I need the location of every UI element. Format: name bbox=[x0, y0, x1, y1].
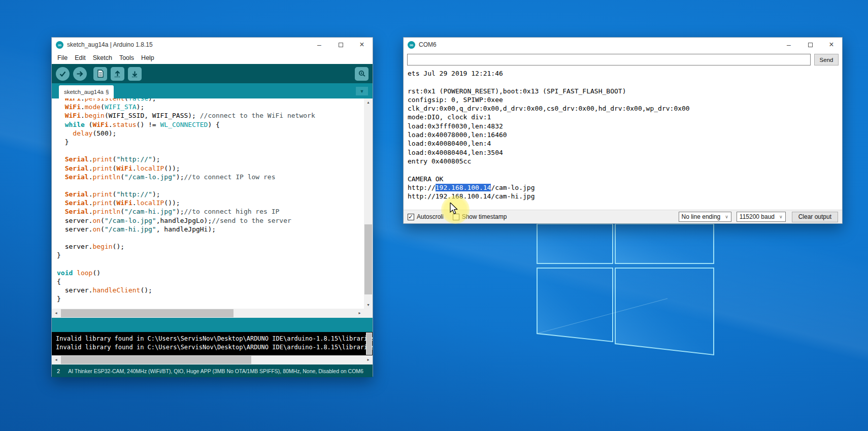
clear-output-button[interactable]: Clear output bbox=[792, 212, 838, 222]
code-area[interactable]: WiFi.persistent(false); WiFi.mode(WIFI_S… bbox=[52, 98, 364, 309]
editor-horizontal-scrollbar[interactable]: ◂ ▸ bbox=[52, 309, 373, 318]
serial-output-line: ets Jul 29 2019 12:21:46 bbox=[408, 69, 842, 78]
close-icon: × bbox=[359, 40, 364, 49]
code-line bbox=[57, 146, 364, 155]
desktop: ∞ sketch_aug14a | Arduino 1.8.15 – × Fil… bbox=[0, 0, 868, 431]
menu-file[interactable]: File bbox=[54, 54, 71, 61]
serial-send-row: Send bbox=[404, 52, 842, 68]
scroll-down-arrow[interactable]: ▾ bbox=[364, 301, 373, 309]
console-hscroll-thumb[interactable] bbox=[61, 356, 251, 364]
tab-list-dropdown[interactable]: ▼ bbox=[356, 87, 368, 95]
serial-output-line: load:0x40080400,len:4 bbox=[408, 139, 842, 148]
console-vertical-scrollbar[interactable] bbox=[366, 333, 372, 355]
ide-statusbar: 2 AI Thinker ESP32-CAM, 240MHz (WiFi/BT)… bbox=[52, 364, 373, 377]
serial-close-button[interactable]: × bbox=[821, 38, 842, 52]
dropdown-triangle-icon: ▼ bbox=[360, 89, 364, 94]
menu-sketch[interactable]: Sketch bbox=[89, 54, 116, 61]
editor-vertical-scrollbar[interactable]: ▴ ▾ bbox=[364, 98, 373, 309]
document-icon bbox=[97, 70, 104, 78]
code-line: WiFi.persistent(false); bbox=[57, 98, 364, 103]
serial-window-title: COM6 bbox=[419, 41, 437, 48]
code-line bbox=[57, 181, 364, 190]
show-timestamp-checkbox[interactable] bbox=[453, 214, 459, 220]
scroll-left-arrow[interactable]: ◂ bbox=[52, 309, 60, 318]
serial-output-line: clk_drv:0x00,q_drv:0x00,d_drv:0x00,cs0_d… bbox=[408, 104, 842, 113]
code-editor[interactable]: WiFi.persistent(false); WiFi.mode(WIFI_S… bbox=[52, 98, 373, 309]
code-line: } bbox=[57, 138, 364, 146]
console-vscroll-thumb[interactable] bbox=[366, 333, 372, 354]
tab-sketch-aug14a[interactable]: sketch_aug14a § bbox=[59, 85, 114, 98]
baud-rate-select[interactable]: 115200 baud ∨ bbox=[737, 212, 786, 222]
serial-output-line: entry 0x400805cc bbox=[408, 157, 842, 165]
code-line: while (WiFi.status() != WL_CONNECTED) { bbox=[57, 120, 364, 129]
console-scroll-right-arrow[interactable]: ▸ bbox=[364, 355, 373, 364]
serial-titlebar[interactable]: ∞ COM6 – × bbox=[404, 38, 842, 52]
scroll-right-arrow[interactable]: ▸ bbox=[355, 309, 364, 318]
serial-output-line: configsip: 0, SPIWP:0xee bbox=[408, 95, 842, 104]
code-line: WiFi.begin(WIFI_SSID, WIFI_PASS); //conn… bbox=[57, 111, 364, 120]
cursor-line-indicator: 2 bbox=[57, 368, 60, 374]
serial-output-line: CAMERA OK bbox=[408, 175, 842, 183]
show-timestamp-label: Show timestamp bbox=[462, 213, 507, 220]
code-line: Serial.print(WiFi.localIP()); bbox=[57, 164, 364, 173]
console-horizontal-scrollbar[interactable]: ◂ ▸ bbox=[52, 355, 373, 364]
code-line: Serial.println("/cam-lo.jpg");//to conne… bbox=[57, 173, 364, 181]
maximize-icon bbox=[339, 43, 343, 47]
console-message: Invalid library found in C:\Users\Servis… bbox=[56, 335, 373, 343]
check-icon bbox=[59, 70, 66, 78]
menu-help[interactable]: Help bbox=[138, 54, 158, 61]
editor-vscroll-thumb[interactable] bbox=[364, 224, 372, 294]
tab-label: sketch_aug14a bbox=[64, 89, 104, 95]
save-sketch-button[interactable] bbox=[128, 67, 142, 81]
console-output: Invalid library found in C:\Users\Servis… bbox=[52, 332, 373, 352]
ide-minimize-button[interactable]: – bbox=[309, 38, 330, 52]
autoscroll-label: Autoscroll bbox=[417, 213, 444, 220]
editor-hscroll-thumb[interactable] bbox=[61, 309, 233, 317]
ide-maximize-button[interactable] bbox=[330, 38, 351, 52]
scroll-up-arrow[interactable]: ▴ bbox=[364, 98, 373, 106]
serial-monitor-window: ∞ COM6 – × Send ets Jul 29 2019 12:21:46… bbox=[403, 37, 843, 224]
magnifier-icon bbox=[358, 70, 366, 78]
serial-minimize-button[interactable]: – bbox=[778, 38, 799, 52]
serial-input[interactable] bbox=[407, 54, 811, 65]
serial-url-lo-line: http://192.168.100.14/cam-lo.jpg bbox=[408, 183, 842, 192]
serial-maximize-button[interactable] bbox=[799, 38, 821, 52]
send-button[interactable]: Send bbox=[814, 54, 839, 65]
ide-close-button[interactable]: × bbox=[351, 38, 373, 52]
code-line: { bbox=[57, 277, 364, 286]
verify-button[interactable] bbox=[56, 67, 70, 81]
code-line bbox=[57, 260, 364, 269]
windows-logo bbox=[536, 222, 718, 360]
ide-console: Invalid library found in C:\Users\Servis… bbox=[52, 332, 373, 355]
ide-menubar: File Edit Sketch Tools Help bbox=[52, 52, 373, 64]
line-ending-select[interactable]: No line ending ∨ bbox=[679, 212, 731, 222]
code-line: server.on("/cam-hi.jpg", handleJpgHi); bbox=[57, 225, 364, 234]
code-line: } bbox=[57, 294, 364, 303]
code-line: server.begin(); bbox=[57, 242, 364, 251]
chevron-down-icon: ∨ bbox=[779, 214, 783, 219]
serial-output[interactable]: ets Jul 29 2019 12:21:46 rst:0x1 (POWERO… bbox=[404, 68, 842, 210]
code-line: void loop() bbox=[57, 269, 364, 277]
code-line bbox=[57, 234, 364, 242]
console-scroll-left-arrow[interactable]: ◂ bbox=[52, 355, 60, 364]
down-arrow-icon bbox=[131, 70, 139, 78]
menu-tools[interactable]: Tools bbox=[116, 54, 138, 61]
serial-url-hi-line: http://192.168.100.14/cam-hi.jpg bbox=[408, 192, 842, 201]
code-line: WiFi.mode(WIFI_STA); bbox=[57, 103, 364, 111]
autoscroll-checkbox[interactable] bbox=[408, 214, 414, 220]
arduino-ide-window: ∞ sketch_aug14a | Arduino 1.8.15 – × Fil… bbox=[51, 37, 373, 377]
serial-output-line: rst:0x1 (POWERON_RESET),boot:0x13 (SPI_F… bbox=[408, 87, 842, 95]
close-icon: × bbox=[829, 40, 833, 49]
upload-button[interactable] bbox=[73, 67, 87, 81]
serial-output-line bbox=[408, 165, 842, 174]
code-line: Serial.print("http://"); bbox=[57, 155, 364, 163]
chevron-down-icon: ∨ bbox=[725, 214, 728, 219]
code-line: } bbox=[57, 251, 364, 259]
serial-monitor-button[interactable] bbox=[355, 67, 369, 81]
open-sketch-button[interactable] bbox=[111, 67, 124, 81]
ide-titlebar[interactable]: ∞ sketch_aug14a | Arduino 1.8.15 – × bbox=[52, 38, 373, 52]
new-sketch-button[interactable] bbox=[93, 67, 107, 81]
code-line: Serial.print(WiFi.localIP()); bbox=[57, 198, 364, 207]
ide-tabstrip: sketch_aug14a § ▼ bbox=[52, 83, 373, 98]
menu-edit[interactable]: Edit bbox=[71, 54, 89, 61]
